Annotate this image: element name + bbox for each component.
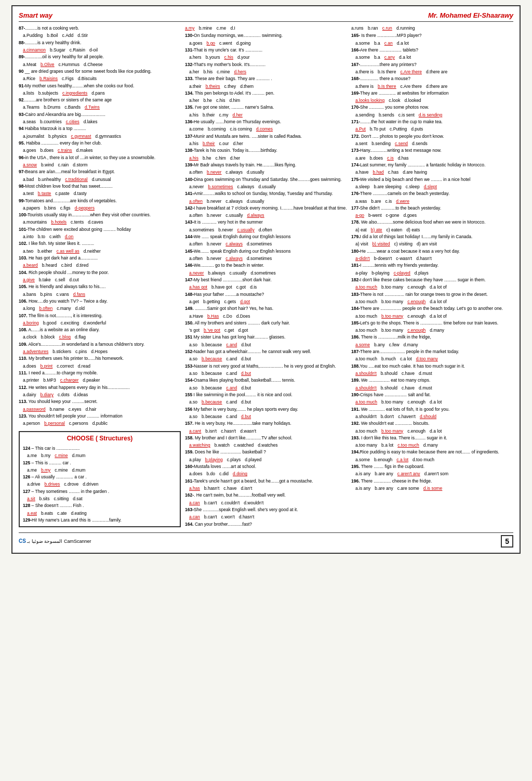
header-left: Smart way xyxy=(19,11,52,19)
scanner-text: المسوحة ضوئيا بـ CamScanner xyxy=(27,539,91,544)
section-title: CHOOSE ( Structures) xyxy=(23,434,177,443)
structures-section: CHOOSE ( Structures) 124 – This car is .… xyxy=(19,431,181,528)
header-right: Mr. Mohamed El-Shaarawy xyxy=(428,11,513,19)
column-2: a.my b.mine c.me d.I 130-On Sunday morni… xyxy=(185,25,347,528)
page-header: Smart way Mr. Mohamed El-Shaarawy xyxy=(19,11,513,22)
column-3: a.runs b.ran c.run d.running 165- Is the… xyxy=(351,25,513,528)
column-1: 87-..........is not a cooking verb. a.Pu… xyxy=(19,25,181,528)
main-content: 87-..........is not a cooking verb. a.Pu… xyxy=(19,25,513,528)
page: Smart way Mr. Mohamed El-Shaarawy 87-...… xyxy=(11,5,521,554)
scanner-logo: CS المسوحة ضوئيا بـ CamScanner xyxy=(19,538,91,544)
page-footer: CS المسوحة ضوئيا بـ CamScanner 5 xyxy=(19,532,513,548)
page-number: 5 xyxy=(501,535,513,548)
